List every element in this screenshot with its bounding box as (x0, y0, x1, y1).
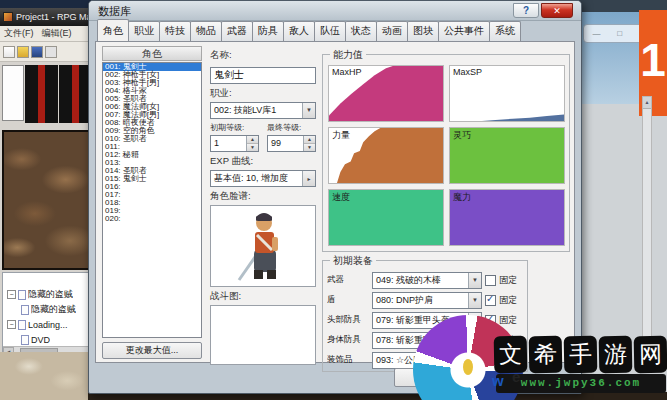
minimize-icon[interactable]: — (592, 29, 600, 38)
initial-level-stepper[interactable]: 1 ▲▼ (210, 135, 259, 152)
toolbar-icon[interactable] (17, 46, 29, 58)
fixed-checkbox[interactable]: ✓ (485, 295, 496, 306)
battler-graphic-box[interactable] (210, 305, 316, 365)
rpgmaker-title: Project1 - RPG Make (16, 12, 96, 22)
tab[interactable]: 动画 (376, 21, 408, 41)
scroll-up-icon[interactable]: ▲ (643, 97, 651, 109)
tree-item[interactable]: − 隐藏的盗贼 (7, 302, 89, 317)
tree-collapse-icon[interactable]: − (7, 290, 16, 299)
toolbar-icon[interactable] (31, 46, 43, 58)
toolbar-icon[interactable] (3, 46, 15, 58)
spin-down-icon[interactable]: ▼ (304, 144, 315, 151)
fixed-checkbox[interactable]: ✓ (485, 355, 496, 366)
palette-tile-blank[interactable] (2, 65, 24, 121)
tree-item[interactable]: − 隐藏的盗贼 (7, 287, 89, 302)
param-chart[interactable]: 灵巧 (449, 127, 565, 184)
param-chart-label: 灵巧 (453, 129, 471, 142)
spin-down-icon[interactable]: ▼ (247, 144, 258, 151)
tab[interactable]: 特技 (159, 21, 191, 41)
equipment-slot-label: 身体防具 (327, 334, 369, 346)
param-chart[interactable]: 力量 (328, 127, 444, 184)
help-button[interactable]: ? (513, 3, 539, 18)
map-texture (0, 352, 96, 400)
fixed-checkbox[interactable]: ✓ (485, 275, 496, 286)
face-graphic-box[interactable] (210, 205, 316, 287)
tab[interactable]: 图块 (407, 21, 439, 41)
equipment-title: 初期装备 (330, 254, 376, 268)
final-level-stepper[interactable]: 99 ▲▼ (267, 135, 316, 152)
ok-button[interactable]: 确定 (394, 368, 460, 387)
tree-item-label: DVD (31, 335, 50, 345)
tab[interactable]: 物品 (190, 21, 222, 41)
fixed-label: 固定 (499, 334, 517, 347)
tab[interactable]: 防具 (252, 21, 284, 41)
database-dialog: 数据库 ? ✕ 角色职业特技物品武器防具敌人队伍状态动画图块公共事件系统 角色 … (88, 0, 582, 394)
spin-up-icon[interactable]: ▲ (304, 136, 315, 144)
tab[interactable]: 职业 (128, 21, 160, 41)
equipment-group: 初期装备 武器 049: 残破的木棒 ▼ ✓ 固定 盾 (322, 260, 528, 372)
menu-item[interactable]: 文件(F) (4, 27, 34, 40)
tab[interactable]: 敌人 (283, 21, 315, 41)
exp-curve-button[interactable]: 基本值: 10, 增加度 ▸ (210, 170, 316, 187)
name-input[interactable] (210, 67, 316, 84)
tab[interactable]: 角色 (97, 19, 129, 41)
rpgmaker-titlebar[interactable]: Project1 - RPG Make (0, 8, 96, 26)
equipment-value: 080: DNP护肩 (376, 294, 433, 307)
chevron-down-icon[interactable]: ▼ (302, 103, 315, 118)
tree-item[interactable]: − Loading... (7, 317, 89, 332)
dialog-titlebar[interactable]: 数据库 ? ✕ (89, 1, 581, 21)
param-chart-label: MaxSP (453, 67, 482, 77)
class-value: 002: 技能LV库1 (214, 104, 276, 117)
equipment-select[interactable]: 080: DNP护肩 ▼ (372, 292, 482, 309)
spin-up-icon[interactable]: ▲ (247, 136, 258, 144)
class-select[interactable]: 002: 技能LV库1 ▼ (210, 102, 316, 119)
fixed-label: 固定 (499, 314, 517, 327)
tab[interactable]: 状态 (345, 21, 377, 41)
check-icon: ✓ (486, 313, 494, 324)
maximize-icon[interactable]: □ (617, 29, 622, 38)
equipment-value: 079: 斩影重甲头盔 (376, 314, 450, 327)
change-maximum-button[interactable]: 更改最大值... (102, 342, 202, 359)
dialog-body: 角色 001: 鬼剑士002: 神枪手[女]003: 神枪手[男]004: 格斗… (95, 41, 575, 363)
tab-strip: 角色职业特技物品武器防具敌人队伍状态动画图块公共事件系统 (97, 22, 579, 41)
map-canvas[interactable] (2, 130, 94, 270)
param-chart-label: MaxHP (332, 67, 362, 77)
menu-item[interactable]: 编辑(E) (42, 27, 72, 40)
fixed-checkbox[interactable]: ✓ (485, 335, 496, 346)
app-icon (3, 12, 13, 22)
actor-list-header: 角色 (102, 46, 202, 61)
param-chart[interactable]: 速度 (328, 189, 444, 246)
toolbar-icon[interactable] (45, 46, 57, 58)
fixed-label: 固定 (499, 274, 517, 287)
tab[interactable]: 系统 (489, 21, 521, 41)
exp-curve-value: 基本值: 10, 增加度 (214, 172, 288, 185)
tab[interactable]: 公共事件 (438, 21, 490, 41)
chevron-down-icon[interactable]: ▼ (468, 293, 481, 308)
equipment-select[interactable]: 049: 残破的木棒 ▼ (372, 272, 482, 289)
chevron-down-icon[interactable]: ▼ (468, 273, 481, 288)
actor-list-item[interactable]: 020: (103, 215, 201, 223)
equipment-select[interactable]: 078: 斩影重甲长袍 ▼ (372, 332, 482, 349)
background-window-right: — □ ✕ 1 ▲ (575, 0, 667, 400)
tree-collapse-icon[interactable]: − (7, 320, 16, 329)
tile-palette (0, 62, 96, 126)
fixed-checkbox[interactable]: ✓ (485, 315, 496, 326)
tree-item-label: 隐藏的盗贼 (31, 303, 76, 316)
tab[interactable]: 队伍 (314, 21, 346, 41)
param-chart-label: 速度 (332, 191, 350, 204)
chevron-down-icon[interactable]: ▼ (468, 313, 481, 328)
param-chart[interactable]: 魔力 (449, 189, 565, 246)
equipment-select[interactable]: 079: 斩影重甲头盔 ▼ (372, 312, 482, 329)
chevron-down-icon[interactable]: ▼ (468, 333, 481, 348)
palette-tile-dark[interactable] (25, 65, 58, 123)
tree-item-label: Loading... (28, 320, 68, 330)
tree-item[interactable]: − DVD (7, 332, 89, 347)
equipment-slot-label: 武器 (327, 274, 369, 286)
close-button[interactable]: ✕ (541, 3, 573, 18)
battler-label: 战斗图: (210, 290, 316, 303)
tab[interactable]: 武器 (221, 21, 253, 41)
face-label: 角色脸谱: (210, 190, 316, 203)
param-chart[interactable]: MaxSP (449, 65, 565, 122)
background-vscrollbar[interactable]: ▲ (642, 96, 652, 342)
param-chart[interactable]: MaxHP (328, 65, 444, 122)
